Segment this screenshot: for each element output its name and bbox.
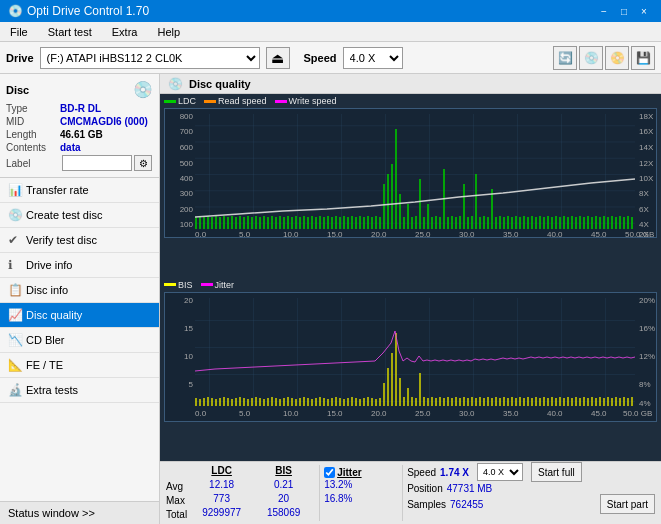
row-labels: Avg Max Total	[166, 465, 187, 521]
svg-rect-240	[515, 398, 517, 406]
svg-rect-131	[603, 216, 605, 229]
save-button[interactable]: 💾	[631, 46, 655, 70]
svg-rect-172	[243, 398, 245, 406]
svg-rect-198	[347, 398, 349, 406]
sidebar-item-drive-info[interactable]: ℹ Drive info	[0, 253, 159, 278]
speed-value: 1.74 X	[440, 467, 469, 478]
svg-rect-196	[339, 398, 341, 406]
svg-text:30.0: 30.0	[459, 409, 475, 418]
svg-rect-132	[607, 217, 609, 229]
label-input[interactable]	[62, 155, 132, 171]
svg-rect-170	[235, 398, 237, 406]
svg-rect-117	[547, 216, 549, 229]
svg-rect-164	[211, 398, 213, 406]
svg-text:40.0: 40.0	[547, 409, 563, 418]
close-button[interactable]: ×	[635, 2, 653, 20]
svg-rect-202	[363, 398, 365, 406]
svg-text:45.0: 45.0	[591, 409, 607, 418]
svg-rect-43	[251, 217, 253, 229]
svg-rect-70	[359, 216, 361, 229]
drive-select[interactable]: (F:) ATAPI iHBS112 2 CL0K	[40, 47, 260, 69]
menu-extra[interactable]: Extra	[106, 25, 144, 39]
svg-rect-163	[207, 397, 209, 406]
bis-legend: BIS	[164, 280, 193, 290]
svg-rect-94	[455, 217, 457, 229]
eject-button[interactable]: ⏏	[266, 47, 290, 69]
svg-rect-209	[391, 353, 393, 406]
sidebar-item-verify-test-disc[interactable]: ✔ Verify test disc	[0, 228, 159, 253]
svg-rect-58	[311, 216, 313, 229]
svg-rect-89	[435, 216, 437, 229]
svg-text:800: 800	[180, 112, 194, 121]
svg-rect-109	[515, 216, 517, 229]
menu-start-test[interactable]: Start test	[42, 25, 98, 39]
svg-rect-212	[403, 397, 405, 406]
svg-rect-215	[415, 398, 417, 406]
speed-row: Speed 1.74 X 4.0 X Start full	[407, 465, 655, 479]
speed-select[interactable]: 4.0 X	[343, 47, 403, 69]
svg-rect-116	[543, 217, 545, 229]
svg-rect-189	[311, 399, 313, 406]
sidebar-item-create-test-disc[interactable]: 💿 Create test disc	[0, 203, 159, 228]
status-window-button[interactable]: Status window >>	[0, 501, 159, 524]
sidebar-item-disc-info[interactable]: 📋 Disc info	[0, 278, 159, 303]
maximize-button[interactable]: □	[615, 2, 633, 20]
sidebar: Disc 💿 Type BD-R DL MID CMCMAGDI6 (000) …	[0, 74, 160, 524]
svg-rect-128	[591, 217, 593, 229]
sidebar-item-fe-te[interactable]: 📐 FE / TE	[0, 353, 159, 378]
svg-rect-260	[595, 398, 597, 406]
svg-rect-122	[567, 217, 569, 229]
svg-rect-216	[419, 373, 421, 406]
svg-rect-255	[575, 397, 577, 406]
content-area: 💿 Disc quality LDC Read speed	[160, 74, 661, 524]
svg-rect-55	[299, 217, 301, 229]
svg-rect-104	[495, 217, 497, 229]
write-speed-color	[275, 100, 287, 103]
menu-file[interactable]: File	[4, 25, 34, 39]
nav-items: 📊 Transfer rate 💿 Create test disc ✔ Ver…	[0, 178, 159, 501]
svg-rect-34	[215, 216, 217, 229]
svg-rect-53	[291, 217, 293, 229]
minimize-button[interactable]: −	[595, 2, 613, 20]
read-speed-legend: Read speed	[204, 96, 267, 106]
svg-rect-200	[355, 398, 357, 406]
label-browse-button[interactable]: ⚙	[134, 155, 152, 171]
svg-rect-100	[479, 217, 481, 229]
svg-rect-41	[243, 217, 245, 229]
svg-rect-137	[627, 216, 629, 229]
svg-rect-259	[591, 397, 593, 406]
svg-rect-60	[319, 216, 321, 229]
jitter-checkbox[interactable]	[324, 467, 335, 478]
svg-rect-63	[331, 217, 333, 229]
svg-rect-204	[371, 398, 373, 406]
svg-text:12X: 12X	[639, 159, 654, 168]
start-part-button[interactable]: Start part	[600, 494, 655, 514]
svg-rect-50	[279, 216, 281, 229]
speed-unit-select[interactable]: 4.0 X	[477, 463, 523, 481]
drive-label: Drive	[6, 52, 34, 64]
svg-rect-45	[259, 217, 261, 229]
svg-rect-210	[395, 333, 397, 406]
svg-rect-160	[195, 398, 197, 406]
sidebar-item-extra-tests[interactable]: 🔬 Extra tests	[0, 378, 159, 403]
menu-help[interactable]: Help	[151, 25, 186, 39]
svg-rect-66	[343, 216, 345, 229]
read-speed-color	[204, 100, 216, 103]
svg-rect-237	[503, 397, 505, 406]
start-full-button[interactable]: Start full	[531, 462, 582, 482]
svg-rect-49	[275, 217, 277, 229]
svg-rect-52	[287, 216, 289, 229]
sidebar-item-cd-bler[interactable]: 📉 CD Bler	[0, 328, 159, 353]
create-disc-icon: 💿	[8, 208, 22, 222]
refresh-button[interactable]: 🔄	[553, 46, 577, 70]
svg-rect-108	[511, 217, 513, 229]
disc2-button[interactable]: 📀	[605, 46, 629, 70]
svg-rect-256	[579, 398, 581, 406]
sidebar-item-transfer-rate[interactable]: 📊 Transfer rate	[0, 178, 159, 203]
svg-rect-127	[587, 216, 589, 229]
svg-rect-243	[527, 397, 529, 406]
svg-rect-171	[239, 397, 241, 406]
svg-rect-57	[307, 217, 309, 229]
disc-button[interactable]: 💿	[579, 46, 603, 70]
sidebar-item-disc-quality[interactable]: 📈 Disc quality	[0, 303, 159, 328]
